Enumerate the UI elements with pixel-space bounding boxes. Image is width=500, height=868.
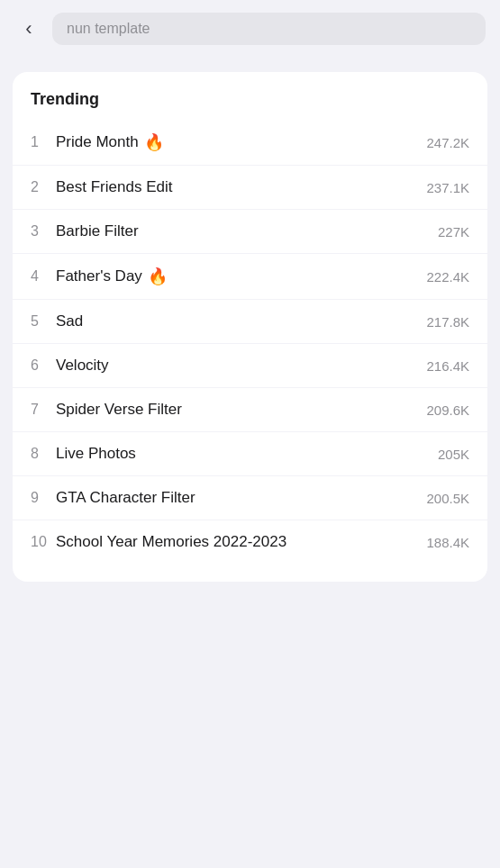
item-count: 216.4K [426,358,469,374]
rank-number: 8 [31,446,56,462]
rank-number: 10 [31,534,56,550]
rank-number: 2 [31,179,56,195]
trending-title: Trending [13,90,487,120]
trending-item[interactable]: 5Sad217.8K [13,299,487,343]
item-count: 247.2K [426,135,469,150]
header: ‹ nun template [0,0,500,58]
trending-item[interactable]: 7Spider Verse Filter209.6K [13,387,487,431]
search-bar[interactable]: nun template [52,13,486,45]
rank-number: 6 [31,357,56,374]
item-name: Spider Verse Filter [56,401,426,419]
back-button[interactable]: ‹ [14,14,43,43]
item-count: 209.6K [426,402,469,418]
trending-item[interactable]: 6Velocity216.4K [13,343,487,387]
item-name: Velocity [56,357,426,375]
trending-list: 1Pride Month🔥247.2K2Best Friends Edit237… [13,120,487,564]
item-count: 205K [438,447,469,462]
trending-item[interactable]: 4Father's Day🔥222.4K [13,253,487,299]
item-name: Pride Month🔥 [56,132,426,152]
trending-item[interactable]: 1Pride Month🔥247.2K [13,120,487,165]
item-name: Live Photos [56,445,438,463]
item-name: Best Friends Edit [56,178,426,196]
search-placeholder: nun template [67,21,150,37]
item-count: 222.4K [426,269,469,285]
trending-item[interactable]: 8Live Photos205K [13,431,487,475]
trending-item[interactable]: 3Barbie Filter227K [13,209,487,253]
trending-item[interactable]: 9GTA Character Filter200.5K [13,475,487,520]
trending-card: Trending 1Pride Month🔥247.2K2Best Friend… [13,72,487,582]
item-count: 188.4K [426,535,469,550]
item-name: Sad [56,312,426,330]
trending-item[interactable]: 10School Year Memories 2022-2023188.4K [13,520,487,564]
item-count: 200.5K [426,491,469,506]
back-icon: ‹ [25,17,32,41]
fire-icon: 🔥 [148,267,168,286]
rank-number: 4 [31,268,56,285]
item-count: 227K [438,224,469,240]
rank-number: 3 [31,223,56,240]
rank-number: 5 [31,313,56,330]
item-name: GTA Character Filter [56,489,426,507]
item-name: School Year Memories 2022-2023 [56,533,426,551]
item-count: 217.8K [426,314,469,330]
rank-number: 1 [31,134,56,150]
rank-number: 7 [31,402,56,418]
trending-item[interactable]: 2Best Friends Edit237.1K [13,165,487,209]
fire-icon: 🔥 [144,132,164,152]
rank-number: 9 [31,490,56,506]
item-count: 237.1K [426,180,469,195]
item-name: Father's Day🔥 [56,267,426,286]
item-name: Barbie Filter [56,222,438,240]
